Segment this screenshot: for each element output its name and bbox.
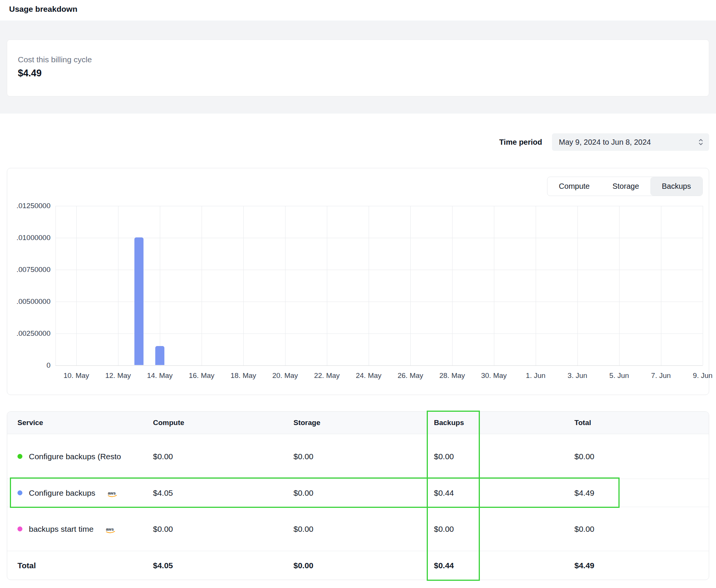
usage-table-wrap: Service Compute Storage Backups Total Co…	[7, 411, 709, 580]
page-title: Usage breakdown	[0, 0, 716, 14]
x-axis-tick-label: 7. Jun	[651, 371, 671, 380]
gridline-vertical	[369, 206, 369, 365]
service-name: Configure backups (Resto	[29, 452, 121, 461]
x-axis-tick-label: 24. May	[356, 371, 382, 380]
cell-total: $4.49	[565, 488, 709, 498]
series-dot	[17, 454, 22, 459]
service-name: Configure backups	[29, 488, 95, 498]
table-total-row: Total $4.05 $0.00 $0.44 $4.49	[7, 551, 709, 580]
column-header-storage: Storage	[284, 419, 425, 427]
x-axis-tick-label: 26. May	[397, 371, 423, 380]
tab-compute[interactable]: Compute	[547, 177, 601, 196]
cell-storage: $0.00	[284, 452, 425, 461]
time-period-select[interactable]: May 9, 2024 to Jun 8, 2024	[552, 133, 709, 151]
chart-tab-group: Compute Storage Backups	[547, 177, 703, 196]
gridline-vertical	[327, 206, 327, 365]
gridline-vertical	[160, 206, 160, 365]
cost-card: Cost this billing cycle $4.49	[7, 40, 709, 96]
column-header-service: Service	[7, 419, 144, 427]
x-axis-tick-label: 1. Jun	[526, 371, 546, 380]
column-header-total: Total	[565, 419, 709, 427]
total-row-label: Total	[7, 561, 144, 570]
chevron-up-down-icon	[698, 138, 704, 146]
total-total: $4.49	[565, 561, 709, 570]
gridline-vertical	[55, 206, 56, 365]
tab-storage[interactable]: Storage	[601, 177, 650, 196]
total-compute: $4.05	[144, 561, 284, 570]
x-axis-tick-label: 14. May	[147, 371, 173, 380]
series-dot	[17, 490, 22, 495]
gridline-vertical	[118, 206, 118, 365]
cell-backups: $0.44	[425, 488, 565, 498]
usage-bar-chart: .01250000.01000000.00750000.00500000.002…	[55, 206, 703, 365]
x-axis-tick-label: 20. May	[272, 371, 298, 380]
gridline-vertical	[536, 206, 536, 365]
cost-band: Cost this billing cycle $4.49	[0, 21, 716, 114]
chart-bar[interactable]	[155, 346, 164, 365]
table-row: Configure backups (Resto aws $0.00 $0.00…	[7, 434, 709, 479]
cost-cycle-value: $4.49	[18, 68, 698, 79]
x-axis-tick-label: 30. May	[481, 371, 507, 380]
service-name: backups start time	[29, 525, 93, 534]
cell-storage: $0.00	[284, 488, 425, 498]
table-header-row: Service Compute Storage Backups Total	[7, 412, 709, 434]
x-axis-tick-label: 18. May	[230, 371, 256, 380]
gridline-vertical	[76, 206, 77, 365]
gridline-vertical	[285, 206, 285, 365]
time-period-value: May 9, 2024 to Jun 8, 2024	[559, 138, 651, 147]
chart-plot-area: .01250000.01000000.00750000.00500000.002…	[55, 206, 703, 365]
usage-table: Service Compute Storage Backups Total Co…	[7, 411, 709, 580]
cell-backups: $0.00	[425, 452, 565, 461]
cell-storage: $0.00	[284, 525, 425, 534]
x-axis-tick-label: 5. Jun	[609, 371, 629, 380]
total-storage: $0.00	[284, 561, 425, 570]
table-row: backups start time aws $0.00 $0.00 $0.00…	[7, 507, 709, 551]
gridline-horizontal	[55, 270, 703, 270]
y-axis-tick-label: 0	[46, 361, 50, 370]
y-axis-tick-label: .00500000	[16, 297, 50, 306]
chart-metric-tabs: Compute Storage Backups	[16, 177, 703, 196]
svg-text:aws: aws	[108, 491, 116, 495]
series-dot	[17, 526, 22, 531]
total-backups: $0.44	[425, 561, 565, 570]
aws-icon: aws	[105, 527, 116, 534]
x-axis-tick-label: 16. May	[189, 371, 214, 380]
cell-backups: $0.00	[425, 525, 565, 534]
gridline-vertical	[410, 206, 411, 365]
gridline-horizontal	[55, 334, 703, 334]
cell-compute: $0.00	[144, 525, 284, 534]
y-axis-tick-label: .01250000	[16, 202, 50, 210]
x-axis-tick-label: 12. May	[105, 371, 131, 380]
x-axis-tick-label: 9. Jun	[693, 371, 713, 380]
gridline-vertical	[452, 206, 453, 365]
y-axis-tick-label: .00250000	[16, 329, 50, 338]
column-header-compute: Compute	[144, 419, 284, 427]
gridline-horizontal	[55, 206, 703, 206]
gridline-vertical	[577, 206, 578, 365]
cell-total: $0.00	[565, 525, 709, 534]
cell-total: $0.00	[565, 452, 709, 461]
gridline-vertical	[703, 206, 703, 365]
gridline-vertical	[661, 206, 661, 365]
x-axis-tick-label: 3. Jun	[568, 371, 587, 380]
chart-bar[interactable]	[134, 237, 144, 365]
x-axis-tick-label: 10. May	[63, 371, 89, 380]
gridline-vertical	[494, 206, 494, 365]
aws-icon: aws	[107, 491, 118, 498]
gridline-vertical	[619, 206, 620, 365]
cell-compute: $0.00	[144, 452, 284, 461]
tab-backups[interactable]: Backups	[650, 177, 702, 196]
x-axis-tick-label: 28. May	[439, 371, 465, 380]
y-axis-tick-label: .01000000	[16, 234, 50, 242]
time-period-row: Time period May 9, 2024 to Jun 8, 2024	[7, 133, 709, 151]
gridline-vertical	[202, 206, 202, 365]
svg-text:aws: aws	[106, 527, 114, 531]
gridline-horizontal	[55, 238, 703, 238]
cell-compute: $4.05	[144, 488, 284, 498]
usage-chart-card: Compute Storage Backups .01250000.010000…	[7, 168, 709, 395]
x-axis-tick-label: 22. May	[314, 371, 340, 380]
cost-cycle-label: Cost this billing cycle	[18, 55, 698, 64]
y-axis-tick-label: .00750000	[16, 266, 50, 274]
gridline-horizontal	[55, 365, 703, 366]
time-period-label: Time period	[499, 138, 542, 147]
